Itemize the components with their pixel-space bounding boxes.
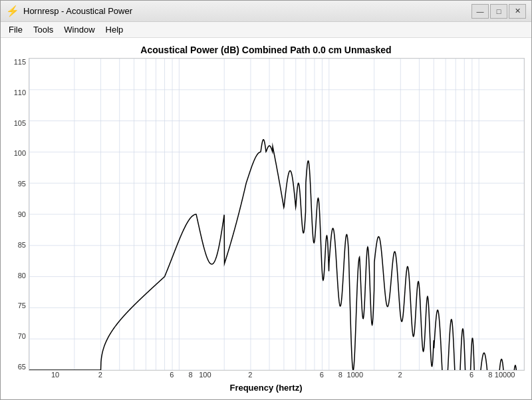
y-axis-labels: 115 110 105 100 95 90 85 80 75 70 65: [7, 58, 29, 371]
x-label: 1000: [347, 371, 363, 379]
y-label: 75: [18, 301, 26, 309]
menu-help[interactable]: Help: [100, 23, 129, 36]
x-label: 6: [320, 371, 324, 379]
chart-area: Acoustical Power (dB) Combined Path 0.0 …: [1, 38, 531, 399]
y-label: 80: [18, 272, 26, 280]
x-label: 8: [188, 371, 192, 379]
y-label: 115: [14, 58, 26, 66]
main-window: ⚡ Hornresp - Acoustical Power — □ ✕ File…: [0, 0, 532, 400]
x-axis-title-area: Frequency (hertz): [7, 381, 525, 393]
close-button[interactable]: ✕: [509, 4, 526, 19]
y-label: 90: [18, 210, 26, 218]
maximize-button[interactable]: □: [490, 4, 507, 19]
y-label: 65: [18, 363, 26, 371]
app-icon: ⚡: [6, 5, 19, 18]
y-label: 95: [18, 180, 26, 188]
window-title: Hornresp - Acoustical Power: [23, 6, 471, 16]
y-label: 105: [14, 119, 26, 127]
y-label: 110: [14, 89, 26, 97]
x-label: 10: [51, 371, 59, 379]
menu-file[interactable]: File: [3, 23, 28, 36]
menu-bar: File Tools Window Help: [1, 22, 531, 38]
y-label: 85: [18, 241, 26, 249]
x-label: 10000: [495, 371, 515, 379]
window-controls: — □ ✕: [471, 4, 526, 19]
x-label: 100: [199, 371, 211, 379]
chart-title: Acoustical Power (dB) Combined Path 0.0 …: [140, 45, 391, 55]
x-label: 2: [98, 371, 102, 379]
y-label: 100: [14, 149, 26, 157]
menu-window[interactable]: Window: [59, 23, 100, 36]
minimize-button[interactable]: —: [471, 4, 489, 19]
menu-tools[interactable]: Tools: [28, 23, 59, 36]
x-axis-labels: 102681002681000268100002: [31, 371, 525, 381]
x-label: 2: [398, 371, 402, 379]
chart-canvas: [29, 59, 524, 370]
title-bar: ⚡ Hornresp - Acoustical Power — □ ✕: [1, 1, 531, 22]
x-label: 6: [469, 371, 473, 379]
x-label: 6: [170, 371, 174, 379]
x-axis-title: Frequency (hertz): [229, 383, 302, 393]
x-label: 8: [488, 371, 492, 379]
chart-canvas-container: [29, 58, 525, 371]
y-label: 70: [18, 332, 26, 340]
x-label: 2: [248, 371, 252, 379]
x-label: 8: [338, 371, 342, 379]
